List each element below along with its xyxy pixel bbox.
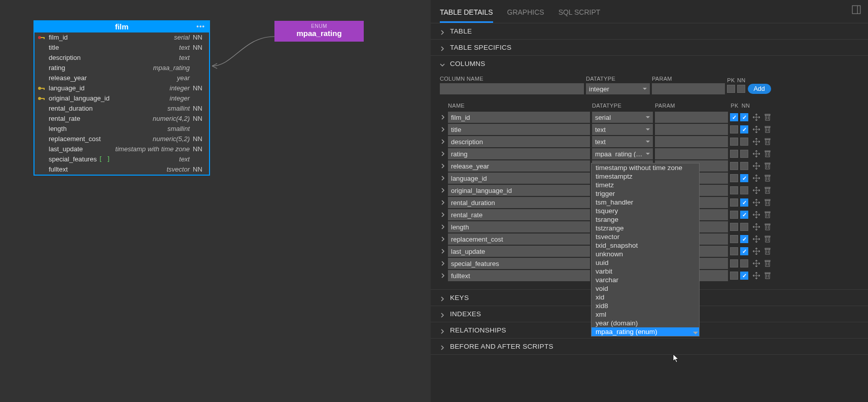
dropdown-option[interactable]: tsvector — [592, 232, 699, 241]
entity-column-row[interactable]: lengthsmallint — [34, 124, 209, 134]
diagram-canvas[interactable]: film ••• film_idserialNNtitletextNNdescr… — [0, 0, 431, 402]
delete-row-icon[interactable] — [763, 125, 772, 133]
checkbox-nn[interactable] — [737, 85, 745, 93]
delete-row-icon[interactable] — [763, 259, 772, 267]
column-pk-checkbox[interactable] — [730, 150, 738, 158]
column-datatype-select[interactable]: mpaa_rating (… — [592, 148, 653, 159]
delete-row-icon[interactable] — [763, 174, 772, 182]
entity-column-row[interactable]: rental_ratenumeric(4,2)NN — [34, 114, 209, 124]
delete-row-icon[interactable] — [763, 223, 772, 231]
entity-column-row[interactable]: ratingmpaa_rating — [34, 63, 209, 73]
column-pk-checkbox[interactable] — [730, 211, 738, 219]
column-name-input[interactable] — [448, 173, 590, 184]
dropdown-option[interactable]: tsquery — [592, 207, 699, 215]
column-pk-checkbox[interactable] — [730, 113, 738, 121]
delete-row-icon[interactable] — [763, 272, 772, 280]
move-row-icon[interactable] — [752, 223, 760, 231]
expand-row-icon[interactable] — [440, 176, 446, 181]
delete-row-icon[interactable] — [763, 247, 772, 255]
column-name-input[interactable] — [448, 246, 590, 257]
dropdown-option[interactable]: xid8 — [592, 302, 699, 310]
expand-row-icon[interactable] — [440, 249, 446, 254]
expand-row-icon[interactable] — [440, 127, 446, 132]
move-row-icon[interactable] — [752, 125, 760, 133]
column-nn-checkbox[interactable] — [740, 186, 748, 194]
entity-column-row[interactable]: replacement_costnumeric(5,2)NN — [34, 134, 209, 144]
dropdown-option[interactable]: unknown — [592, 250, 699, 258]
column-nn-checkbox[interactable] — [740, 211, 748, 219]
dropdown-option[interactable]: void — [592, 284, 699, 293]
tab-graphics[interactable]: GRAPHICS — [507, 5, 544, 23]
dropdown-option[interactable]: xml — [592, 310, 699, 319]
entity-column-row[interactable]: special_features [ ]text — [34, 154, 209, 164]
dropdown-option[interactable]: mpaa_rating (enum) — [592, 327, 699, 336]
input-param[interactable] — [652, 83, 725, 94]
column-pk-checkbox[interactable] — [730, 138, 738, 146]
dropdown-option[interactable]: year (domain) — [592, 319, 699, 327]
column-datatype-select[interactable]: text — [592, 136, 653, 147]
add-column-button[interactable]: Add — [748, 84, 771, 94]
dropdown-option[interactable]: xid — [592, 293, 699, 302]
datatype-dropdown[interactable]: timestamp without time zonetimestamptzti… — [591, 163, 700, 337]
column-param-input[interactable] — [655, 136, 728, 147]
entity-column-row[interactable]: fulltexttsvectorNN — [34, 164, 209, 175]
entity-column-row[interactable]: film_idserialNN — [34, 32, 209, 43]
delete-row-icon[interactable] — [763, 198, 772, 207]
expand-row-icon[interactable] — [440, 237, 446, 242]
delete-row-icon[interactable] — [763, 235, 772, 243]
column-name-input[interactable] — [448, 148, 590, 159]
column-name-input[interactable] — [448, 124, 590, 135]
column-nn-checkbox[interactable] — [740, 259, 748, 267]
move-row-icon[interactable] — [752, 247, 760, 255]
section-header-table[interactable]: TABLE — [431, 23, 868, 39]
move-row-icon[interactable] — [752, 162, 760, 170]
entity-more-icon[interactable]: ••• — [196, 22, 205, 30]
input-column-name[interactable] — [440, 83, 584, 94]
move-row-icon[interactable] — [752, 138, 760, 146]
move-row-icon[interactable] — [752, 259, 760, 267]
column-name-input[interactable] — [448, 112, 590, 123]
column-pk-checkbox[interactable] — [730, 186, 738, 194]
column-pk-checkbox[interactable] — [730, 272, 738, 280]
column-pk-checkbox[interactable] — [730, 125, 738, 133]
checkbox-pk[interactable] — [727, 85, 735, 93]
column-name-input[interactable] — [448, 136, 590, 147]
column-nn-checkbox[interactable] — [740, 272, 748, 280]
column-name-input[interactable] — [448, 197, 590, 208]
column-pk-checkbox[interactable] — [730, 235, 738, 243]
column-nn-checkbox[interactable] — [740, 150, 748, 158]
entity-column-row[interactable]: language_idintegerNN — [34, 83, 209, 93]
expand-row-icon[interactable] — [440, 139, 446, 144]
dropdown-option[interactable]: varchar — [592, 276, 699, 284]
move-row-icon[interactable] — [752, 272, 760, 280]
column-pk-checkbox[interactable] — [730, 198, 738, 207]
table-entity-film[interactable]: film ••• film_idserialNNtitletextNNdescr… — [33, 20, 210, 176]
entity-column-row[interactable]: last_updatetimestamp with time zoneNN — [34, 144, 209, 154]
move-row-icon[interactable] — [752, 198, 760, 207]
column-name-input[interactable] — [448, 209, 590, 220]
move-row-icon[interactable] — [752, 211, 760, 219]
column-name-input[interactable] — [448, 233, 590, 245]
entity-column-row[interactable]: descriptiontext — [34, 53, 209, 63]
select-datatype[interactable]: integer — [586, 83, 650, 94]
section-header-columns[interactable]: COLUMNS — [431, 56, 868, 72]
column-nn-checkbox[interactable] — [740, 235, 748, 243]
expand-row-icon[interactable] — [440, 212, 446, 217]
dropdown-option[interactable]: txid_snapshot — [592, 241, 699, 250]
column-param-input[interactable] — [655, 124, 728, 135]
dropdown-option[interactable]: tstzrange — [592, 224, 699, 232]
column-name-input[interactable] — [448, 270, 590, 281]
column-datatype-select[interactable]: serial — [592, 112, 653, 123]
dropdown-option[interactable]: trigger — [592, 189, 699, 198]
expand-row-icon[interactable] — [440, 115, 446, 120]
delete-row-icon[interactable] — [763, 138, 772, 146]
entity-column-row[interactable]: rental_durationsmallintNN — [34, 104, 209, 114]
dropdown-option[interactable]: timestamp without time zone — [592, 163, 699, 172]
column-nn-checkbox[interactable] — [740, 113, 748, 121]
dropdown-option[interactable]: timestamptz — [592, 172, 699, 181]
expand-row-icon[interactable] — [440, 273, 446, 278]
delete-row-icon[interactable] — [763, 211, 772, 219]
section-header-specifics[interactable]: TABLE SPECIFICS — [431, 40, 868, 55]
column-param-input[interactable] — [655, 112, 728, 123]
column-pk-checkbox[interactable] — [730, 162, 738, 170]
